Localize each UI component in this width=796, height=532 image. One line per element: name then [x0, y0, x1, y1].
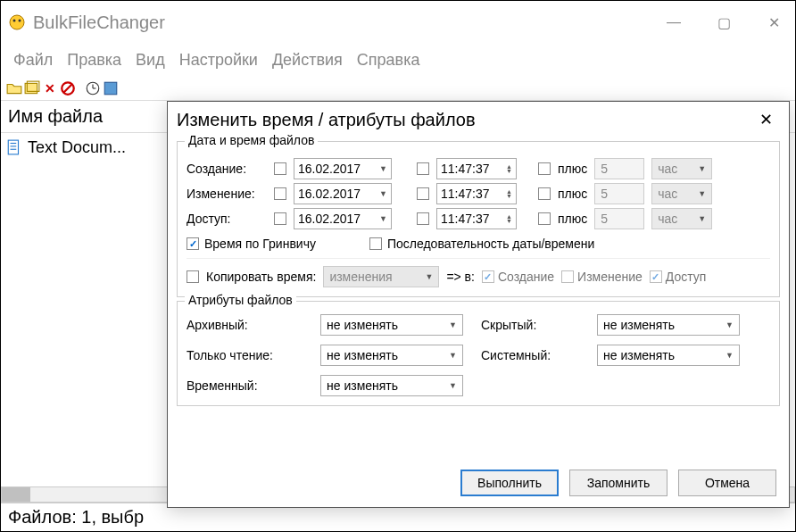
clock-icon[interactable] — [85, 80, 101, 96]
attr-readonly-select[interactable]: не изменять▼ — [320, 345, 463, 366]
menubar: Файл Правка Вид Настройки Действия Справ… — [1, 44, 795, 76]
dialog-close-button[interactable]: ✕ — [752, 106, 780, 133]
attr-readonly-label: Только чтение: — [187, 348, 303, 362]
spinner-icon: ▲▼ — [506, 214, 512, 223]
titlebar: BulkFileChanger — ▢ ✕ — [1, 1, 795, 44]
menu-actions[interactable]: Действия — [267, 47, 348, 73]
dt-label: Изменение: — [187, 187, 267, 201]
copy-from-select[interactable]: изменения ▼ — [323, 266, 439, 287]
chevron-down-icon: ▼ — [726, 320, 734, 329]
attr-hidden-select[interactable]: не изменять▼ — [597, 314, 740, 336]
enable-time-checkbox[interactable] — [417, 187, 429, 200]
date-input[interactable]: 16.02.2017▼ — [294, 158, 392, 179]
offset-number[interactable]: 5 — [594, 208, 644, 229]
dialog-title: Изменить время / атрибуты файлов — [177, 110, 752, 130]
copy-time-checkbox[interactable] — [187, 270, 199, 283]
attr-archive-label: Архивный: — [187, 318, 303, 332]
run-button[interactable]: Выполнить — [460, 470, 559, 496]
stop-icon[interactable] — [60, 80, 76, 96]
gmt-checkbox[interactable] — [187, 237, 199, 250]
chevron-down-icon: ▼ — [425, 272, 433, 281]
date-input[interactable]: 16.02.2017▼ — [294, 208, 392, 229]
copy-to-created-checkbox[interactable] — [482, 270, 494, 283]
copy-to-modified-checkbox[interactable] — [561, 270, 574, 283]
attr-temp-label: Временный: — [187, 378, 303, 393]
enable-time-checkbox[interactable] — [417, 212, 429, 225]
offset-number[interactable]: 5 — [594, 183, 644, 204]
run-icon[interactable] — [103, 80, 119, 96]
app-icon — [8, 13, 26, 31]
menu-settings[interactable]: Настройки — [174, 47, 263, 73]
menu-file[interactable]: Файл — [8, 47, 58, 73]
unit-select[interactable]: час▼ — [651, 183, 712, 204]
chevron-down-icon: ▼ — [379, 214, 387, 223]
sequence-label: Последовательность даты/времени — [387, 237, 594, 251]
attr-system-select[interactable]: не изменять▼ — [597, 345, 740, 366]
save-button[interactable]: Запомнить — [569, 470, 667, 496]
group-attributes: Атрибуты файлов Архивный: не изменять▼ С… — [177, 301, 780, 406]
file-name: Text Docum... — [28, 138, 126, 157]
remove-icon[interactable]: ✕ — [42, 80, 58, 96]
chevron-down-icon: ▼ — [449, 381, 457, 390]
maximize-button[interactable]: ▢ — [709, 8, 738, 37]
menu-view[interactable]: Вид — [130, 47, 170, 73]
open-folder-icon[interactable] — [6, 80, 22, 96]
datetime-row: Изменение:16.02.2017▼11:47:37▲▼плюс5час▼ — [187, 183, 770, 204]
copy-to-modified-label: Изменение — [577, 270, 643, 284]
text-file-icon — [6, 139, 22, 155]
plus-label: плюс — [558, 212, 587, 226]
enable-time-checkbox[interactable] — [417, 162, 429, 175]
close-button[interactable]: ✕ — [759, 8, 788, 37]
svg-line-6 — [64, 84, 72, 92]
svg-point-0 — [10, 15, 24, 29]
unit-select[interactable]: час▼ — [651, 158, 712, 179]
change-time-dialog: Изменить время / атрибуты файлов ✕ Дата … — [167, 101, 790, 508]
date-input[interactable]: 16.02.2017▼ — [294, 183, 392, 204]
app-title: BulkFileChanger — [33, 12, 659, 33]
time-input[interactable]: 11:47:37▲▼ — [436, 208, 517, 229]
time-input[interactable]: 11:47:37▲▼ — [436, 158, 517, 179]
chevron-down-icon: ▼ — [379, 164, 387, 173]
offset-number[interactable]: 5 — [594, 158, 644, 179]
enable-date-checkbox[interactable] — [274, 212, 286, 225]
svg-point-2 — [19, 20, 21, 22]
enable-date-checkbox[interactable] — [274, 162, 286, 175]
svg-rect-10 — [104, 82, 117, 95]
cancel-button[interactable]: Отмена — [678, 470, 776, 496]
chevron-down-icon: ▼ — [698, 189, 706, 198]
attr-temp-select[interactable]: не изменять▼ — [320, 375, 463, 396]
plus-checkbox[interactable] — [538, 212, 551, 225]
copy-to-accessed-label: Доступ — [666, 270, 707, 284]
datetime-row: Создание:16.02.2017▼11:47:37▲▼плюс5час▼ — [187, 158, 770, 179]
gmt-label: Время по Гринвичу — [204, 237, 316, 251]
attr-hidden-label: Скрытый: — [481, 318, 579, 332]
sequence-checkbox[interactable] — [369, 237, 382, 250]
minimize-button[interactable]: — — [659, 8, 688, 37]
attr-system-label: Системный: — [481, 348, 579, 362]
open-multi-icon[interactable] — [24, 80, 40, 96]
dt-label: Доступ: — [187, 212, 267, 226]
group-datetime: Дата и время файлов Создание:16.02.2017▼… — [177, 141, 780, 297]
plus-checkbox[interactable] — [538, 187, 551, 200]
menu-help[interactable]: Справка — [352, 47, 426, 73]
plus-checkbox[interactable] — [538, 162, 551, 175]
enable-date-checkbox[interactable] — [274, 187, 286, 200]
unit-select[interactable]: час▼ — [651, 208, 712, 229]
copy-to-accessed-checkbox[interactable] — [650, 270, 662, 283]
chevron-down-icon: ▼ — [449, 351, 457, 360]
svg-point-1 — [13, 20, 16, 22]
plus-label: плюс — [558, 162, 587, 176]
copy-to-created-label: Создание — [498, 270, 554, 284]
group-datetime-title: Дата и время файлов — [185, 133, 318, 147]
spinner-icon: ▲▼ — [506, 189, 512, 198]
dialog-titlebar: Изменить время / атрибуты файлов ✕ — [168, 102, 789, 137]
chevron-down-icon: ▼ — [698, 164, 706, 173]
toolbar: ✕ — [1, 76, 795, 101]
time-input[interactable]: 11:47:37▲▼ — [436, 183, 517, 204]
chevron-down-icon: ▼ — [449, 320, 457, 329]
plus-label: плюс — [558, 187, 587, 201]
menu-edit[interactable]: Правка — [62, 47, 127, 73]
attr-archive-select[interactable]: не изменять▼ — [320, 314, 463, 336]
scrollbar-thumb[interactable] — [2, 487, 30, 502]
copy-arrow-label: => в: — [446, 270, 475, 284]
